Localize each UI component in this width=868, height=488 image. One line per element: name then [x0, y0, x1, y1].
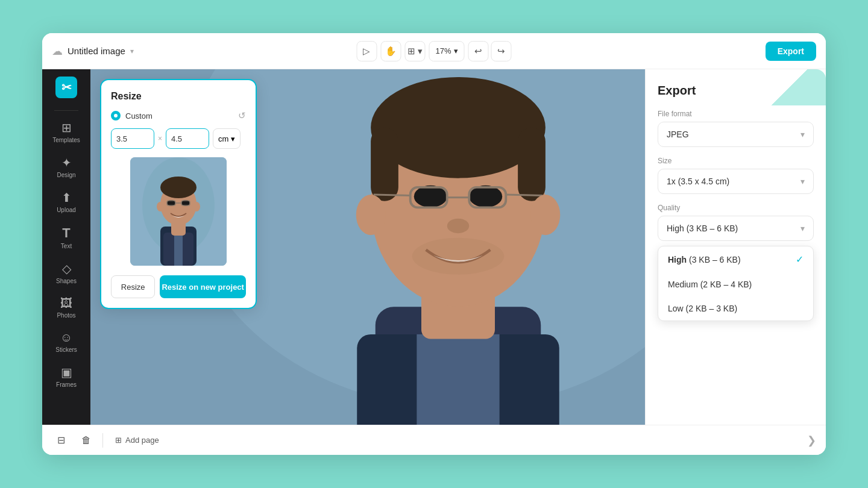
- hand-tool-button[interactable]: ✋: [380, 41, 401, 61]
- sidebar-item-photos[interactable]: 🖼 Photos: [45, 292, 87, 324]
- quality-dropdown: High (3 KB – 6 KB) ✓ Medium (2 KB – 4 KB…: [658, 246, 814, 321]
- undo-redo-group: ↩ ↪: [468, 41, 512, 61]
- sidebar-item-label: Photos: [57, 312, 75, 319]
- svg-point-19: [530, 195, 560, 235]
- canvas-area[interactable]: Resize Custom ↺ × cm ▾: [90, 69, 826, 425]
- sidebar-item-label: Stickers: [55, 346, 77, 353]
- custom-label: Custom: [125, 111, 153, 120]
- sidebar-item-label: Templates: [52, 137, 80, 143]
- preview-image: [130, 157, 227, 266]
- header-right: Export: [766, 42, 816, 61]
- size-select[interactable]: 1x (3.5 x 4.5 cm) ▾: [658, 169, 814, 194]
- resize-on-new-project-button[interactable]: Resize on new project: [160, 275, 246, 298]
- preview-box: [130, 157, 227, 266]
- select-tool-button[interactable]: ▷: [356, 41, 377, 61]
- app-logo: ✂: [55, 77, 77, 98]
- sidebar-item-label: Frames: [56, 381, 77, 388]
- templates-icon: ⊞: [61, 120, 72, 135]
- sidebar: ✂ ⊞ Templates ✦ Design ⬆ Upload T Text ◇…: [42, 69, 90, 425]
- svg-rect-25: [174, 233, 183, 266]
- check-icon: ✓: [796, 254, 804, 265]
- svg-point-20: [412, 238, 505, 275]
- shapes-icon: ◇: [62, 261, 71, 276]
- custom-radio[interactable]: [111, 111, 121, 120]
- size-label: Size: [658, 157, 814, 165]
- resize-button[interactable]: Resize: [111, 275, 155, 298]
- sidebar-item-shapes[interactable]: ◇ Shapes: [45, 257, 87, 289]
- file-format-chevron-icon: ▾: [800, 130, 805, 139]
- text-icon: T: [62, 225, 70, 241]
- quality-low-text: Low (2 KB – 3 KB): [668, 304, 737, 313]
- stickers-icon: ☺: [60, 331, 72, 345]
- grid-button[interactable]: ⊞ ▾: [404, 41, 425, 61]
- resize-title: Resize: [111, 91, 246, 102]
- resize-panel: Resize Custom ↺ × cm ▾: [100, 79, 257, 309]
- export-panel-title: Export: [658, 84, 814, 98]
- quality-select[interactable]: High (3 KB – 6 KB) ▾: [658, 216, 814, 241]
- unit-chevron-icon: ▾: [231, 134, 235, 143]
- design-icon: ✦: [61, 155, 72, 170]
- quality-option-low[interactable]: Low (2 KB – 3 KB): [658, 296, 813, 321]
- add-page-label: Add page: [125, 436, 159, 445]
- bottom-right-arrow-button[interactable]: ❯: [807, 434, 816, 447]
- resize-actions: Resize Resize on new project: [111, 275, 246, 298]
- doc-title: Untitled image: [68, 46, 125, 56]
- title-chevron-icon[interactable]: ▾: [130, 47, 134, 55]
- delete-page-button[interactable]: 🗑: [77, 431, 95, 449]
- zoom-level: 17%: [435, 46, 451, 55]
- page-thumbnail-button[interactable]: ⊟: [52, 431, 70, 449]
- sidebar-divider: [54, 110, 78, 111]
- quality-option-medium[interactable]: Medium (2 KB – 4 KB): [658, 272, 813, 296]
- sidebar-item-templates[interactable]: ⊞ Templates: [45, 116, 87, 148]
- width-input[interactable]: [111, 128, 154, 149]
- add-page-icon: ⊞: [115, 436, 122, 445]
- dimension-row: × cm ▾: [111, 128, 246, 149]
- resize-custom-row: Custom ↺: [111, 110, 246, 121]
- upload-icon: ⬆: [61, 190, 72, 205]
- bottom-divider: [102, 433, 103, 448]
- quality-option-high[interactable]: High (3 KB – 6 KB) ✓: [658, 246, 813, 272]
- sidebar-item-upload[interactable]: ⬆ Upload: [45, 186, 87, 218]
- svg-point-18: [356, 195, 386, 235]
- quality-chevron-icon: ▾: [800, 224, 805, 233]
- export-button[interactable]: Export: [766, 42, 816, 61]
- zoom-chevron-icon: ▾: [454, 46, 458, 55]
- app-body: ✂ ⊞ Templates ✦ Design ⬆ Upload T Text ◇…: [42, 69, 826, 425]
- svg-point-28: [160, 177, 197, 198]
- sidebar-item-label: Design: [57, 172, 75, 178]
- sidebar-item-label: Text: [61, 243, 72, 249]
- sidebar-item-design[interactable]: ✦ Design: [45, 151, 87, 183]
- bottom-bar: ⊟ 🗑 ⊞ Add page ❯: [42, 425, 826, 455]
- sidebar-item-stickers[interactable]: ☺ Stickers: [45, 326, 87, 358]
- file-format-value: JPEG: [667, 130, 689, 139]
- frames-icon: ▣: [61, 365, 72, 380]
- svg-point-35: [193, 202, 200, 211]
- quality-high-text: High (3 KB – 6 KB): [668, 255, 741, 264]
- svg-rect-9: [518, 128, 546, 201]
- refresh-icon[interactable]: ↺: [238, 110, 246, 121]
- sidebar-item-label: Shapes: [56, 278, 77, 284]
- svg-rect-4: [417, 334, 499, 425]
- height-input[interactable]: [166, 128, 209, 149]
- unit-select[interactable]: cm ▾: [213, 128, 241, 149]
- quality-label: Quality: [658, 204, 814, 212]
- svg-line-15: [374, 195, 410, 196]
- sidebar-item-text[interactable]: T Text: [45, 221, 87, 254]
- unit-value: cm: [218, 134, 228, 143]
- svg-line-16: [506, 195, 542, 196]
- export-panel: Export File format JPEG ▾ Size 1x (3.5 x…: [645, 69, 826, 425]
- header-center: ▷ ✋ ⊞ ▾ 17% ▾ ↩ ↪: [356, 41, 511, 61]
- redo-button[interactable]: ↪: [491, 41, 512, 61]
- header: ☁ Untitled image ▾ ▷ ✋ ⊞ ▾ 17% ▾ ↩ ↪ Exp…: [42, 33, 826, 69]
- size-value: 1x (3.5 x 4.5 cm): [667, 177, 729, 186]
- quality-medium-text: Medium (2 KB – 4 KB): [668, 280, 752, 289]
- photos-icon: 🖼: [60, 296, 72, 310]
- cloud-icon: ☁: [52, 45, 63, 58]
- svg-point-34: [157, 202, 164, 211]
- zoom-button[interactable]: 17% ▾: [429, 41, 464, 61]
- file-format-select[interactable]: JPEG ▾: [658, 122, 814, 147]
- add-page-button[interactable]: ⊞ Add page: [110, 433, 164, 447]
- undo-button[interactable]: ↩: [468, 41, 489, 61]
- svg-rect-8: [371, 128, 398, 201]
- sidebar-item-frames[interactable]: ▣ Frames: [45, 360, 87, 393]
